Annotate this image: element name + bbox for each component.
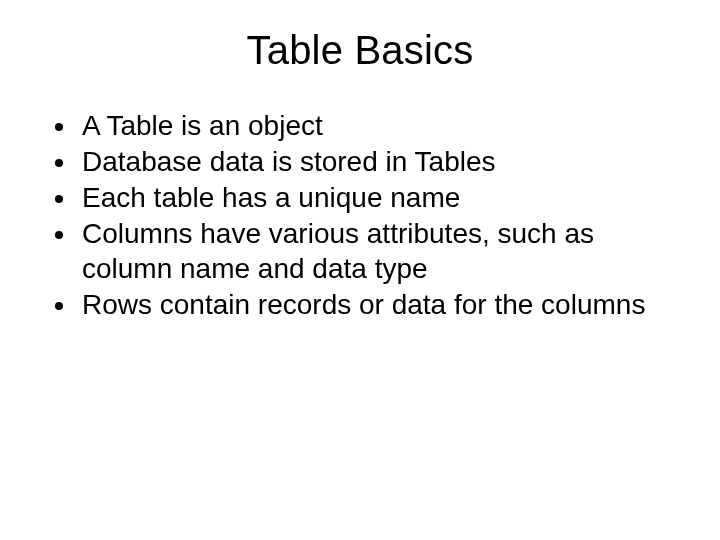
slide-title: Table Basics (50, 28, 670, 73)
slide: Table Basics A Table is an object Databa… (0, 0, 720, 540)
list-item: Columns have various attributes, such as… (78, 217, 670, 287)
bullet-list: A Table is an object Database data is st… (50, 109, 670, 324)
list-item: A Table is an object (78, 109, 670, 145)
list-item: Database data is stored in Tables (78, 145, 670, 181)
list-item: Each table has a unique name (78, 181, 670, 217)
list-item: Rows contain records or data for the col… (78, 288, 670, 324)
